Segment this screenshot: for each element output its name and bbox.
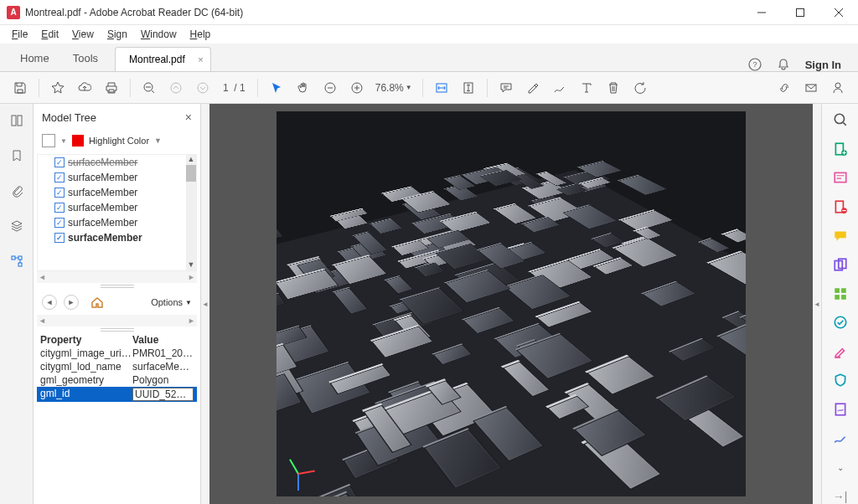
layers-pane-icon[interactable] — [8, 218, 25, 234]
document-viewer[interactable] — [209, 104, 813, 504]
svg-text:?: ? — [752, 60, 757, 69]
tree-item-checkbox-icon[interactable]: ✓ — [54, 233, 65, 243]
fit-width-icon[interactable] — [430, 76, 453, 100]
tree-item-checkbox-icon[interactable]: ✓ — [54, 172, 65, 183]
edit-pdf-tool-icon[interactable] — [831, 170, 850, 186]
tab-document[interactable]: Montreal.pdf × — [115, 47, 211, 71]
property-row[interactable]: citygml_image_uri_frontPMR01_2013_App — [37, 347, 197, 360]
tree-item[interactable]: ✓surfaceMember — [38, 170, 186, 185]
property-value-editor[interactable]: UUID_5225ac04-3810-4184-8dcc-caeb15d731d… — [132, 388, 194, 401]
tab-home[interactable]: Home — [8, 45, 61, 71]
bookmark-pane-icon[interactable] — [8, 147, 25, 164]
collapse-tools-icon[interactable]: →| — [831, 489, 850, 504]
tree-vertical-scrollbar[interactable]: ▲ ▼ — [186, 155, 196, 270]
tree-item-checkbox-icon[interactable]: ✓ — [54, 157, 65, 167]
combine-tool-icon[interactable] — [831, 257, 850, 273]
panel-close-icon[interactable]: × — [185, 111, 192, 124]
tree-item-checkbox-icon[interactable]: ✓ — [54, 188, 65, 198]
attachment-pane-icon[interactable] — [8, 183, 25, 199]
bell-icon[interactable] — [777, 58, 790, 71]
property-row-selected[interactable]: gml_id UUID_5225ac04-3810-4184-8dcc-caeb… — [37, 387, 197, 402]
menu-help[interactable]: Help — [183, 27, 218, 42]
star-icon[interactable] — [46, 76, 70, 100]
property-row[interactable]: citygml_lod_namesurfaceMember — [37, 360, 197, 373]
thumbnail-pane-icon[interactable] — [8, 112, 25, 129]
right-panel-collapse-button[interactable]: ◄ — [813, 104, 821, 504]
trash-icon[interactable] — [602, 76, 625, 100]
home-view-icon[interactable] — [90, 296, 104, 309]
minimize-button[interactable] — [742, 0, 781, 25]
tree-horizontal-scrollbar[interactable]: ◄► — [37, 271, 197, 283]
nav-horizontal-scrollbar[interactable]: ◄► — [37, 315, 197, 327]
menu-file[interactable]: File — [5, 27, 34, 42]
tab-tools[interactable]: Tools — [61, 45, 110, 71]
panel-splitter-2[interactable] — [34, 327, 200, 333]
rotate-icon[interactable] — [628, 76, 652, 100]
menu-window[interactable]: Window — [134, 27, 183, 42]
draw-icon[interactable] — [548, 76, 571, 100]
highlight-pen-icon[interactable] — [521, 76, 545, 100]
sign-tool-icon[interactable] — [831, 430, 850, 446]
menu-view[interactable]: View — [65, 27, 101, 42]
hand-icon[interactable] — [292, 76, 315, 100]
tree-item[interactable]: ✓surfaceMember — [38, 215, 186, 230]
link-icon[interactable] — [773, 76, 796, 100]
sign-in-button[interactable]: Sign In — [805, 59, 841, 71]
model-tree-list[interactable]: ✓surfaceMember✓surfaceMember✓surfaceMemb… — [37, 154, 197, 271]
highlight-color-swatch[interactable] — [72, 135, 84, 147]
cloud-upload-icon[interactable] — [73, 76, 96, 100]
panel-splitter[interactable] — [34, 283, 200, 290]
scroll-up-arrow-icon[interactable]: ▲ — [186, 155, 196, 165]
print-icon[interactable] — [100, 76, 123, 100]
maximize-button[interactable] — [781, 0, 819, 25]
pointer-icon[interactable] — [265, 76, 288, 100]
nav-back-button[interactable]: ◄ — [42, 295, 57, 310]
menu-sign[interactable]: Sign — [101, 27, 134, 42]
tree-item-checkbox-icon[interactable]: ✓ — [54, 203, 65, 213]
search-tool-icon[interactable] — [831, 112, 850, 128]
zoom-level[interactable]: 76.8% ▼ — [372, 82, 416, 94]
page-indicator[interactable]: 1 / 1 — [218, 82, 251, 94]
tree-item-label: surfaceMember — [68, 157, 137, 168]
zoom-plus-icon[interactable] — [345, 76, 369, 100]
zoom-out-icon[interactable] — [137, 76, 161, 100]
scroll-down-arrow-icon[interactable]: ▼ — [186, 260, 196, 270]
svg-point-11 — [835, 83, 840, 88]
text-icon[interactable] — [575, 76, 598, 100]
close-button[interactable] — [819, 0, 858, 25]
comment-icon[interactable] — [494, 76, 518, 100]
tree-item[interactable]: ✓surfaceMember — [38, 185, 186, 200]
help-icon[interactable]: ? — [748, 58, 762, 71]
highlight-color-dropdown-icon[interactable]: ▼ — [154, 136, 162, 145]
tree-view-mode-icon[interactable] — [42, 134, 55, 147]
compress-tool-icon[interactable] — [831, 315, 850, 331]
nav-forward-button[interactable]: ► — [64, 295, 79, 310]
tree-item[interactable]: ✓surfaceMember — [38, 200, 186, 215]
tree-item[interactable]: ✓surfaceMember — [38, 230, 186, 245]
options-button[interactable]: Options ▼ — [151, 297, 192, 307]
fill-sign-tool-icon[interactable] — [831, 402, 850, 418]
organize-tool-icon[interactable] — [831, 285, 850, 301]
menu-edit[interactable]: Edit — [34, 27, 65, 42]
export-pdf-tool-icon[interactable] — [831, 141, 850, 157]
mail-icon[interactable] — [799, 76, 823, 100]
tree-item-checkbox-icon[interactable]: ✓ — [54, 218, 65, 228]
tab-close-icon[interactable]: × — [198, 54, 203, 64]
3d-viewport[interactable] — [277, 111, 746, 496]
redact-tool-icon[interactable] — [831, 344, 850, 360]
scroll-thumb[interactable] — [186, 165, 196, 182]
tree-item[interactable]: ✓surfaceMember — [38, 155, 186, 170]
protect-tool-icon[interactable] — [831, 373, 850, 388]
save-icon[interactable] — [8, 76, 32, 100]
panel-collapse-button[interactable]: ◄ — [201, 104, 209, 504]
property-header-value: Value — [132, 334, 194, 346]
more-tools-icon[interactable]: ⌄ — [831, 460, 850, 476]
property-row[interactable]: gml_geometryPolygon — [37, 373, 197, 387]
zoom-minus-icon[interactable] — [318, 76, 342, 100]
fit-page-icon[interactable] — [457, 76, 480, 100]
create-pdf-tool-icon[interactable] — [831, 199, 850, 215]
user-icon[interactable] — [826, 76, 850, 100]
comment-tool-icon[interactable] — [831, 228, 850, 244]
model-tree-pane-icon[interactable] — [8, 253, 25, 270]
tree-view-dropdown-icon[interactable]: ▼ — [60, 137, 67, 145]
